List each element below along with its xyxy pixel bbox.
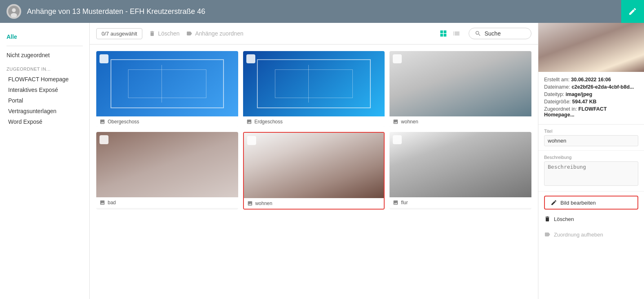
avatar [7,4,21,19]
detail-info: Erstellt am: 30.06.2022 16:06 Dateiname:… [538,72,644,125]
created-label: Erstellt am: [544,77,570,83]
card-label-text: Obergeschoss [108,119,139,125]
image-card-wohnen-selected[interactable]: wohnen [243,132,385,210]
filename-value: c2e2bf26-e2da-4cbf-b8d... [571,84,634,90]
desc-field-container: Beschreibung [538,151,644,192]
selection-count: 0/7 ausgewählt [96,28,142,39]
image-card-wohnen-top[interactable]: wohnen [389,51,531,127]
card-checkbox-wohnen-top[interactable] [393,54,402,63]
svg-point-1 [12,8,15,12]
sidebar-item-interaktives[interactable]: Interaktives Exposé [7,85,83,95]
search-box[interactable] [469,28,531,39]
card-label-text-5: wohnen [255,201,272,206]
delete-button[interactable]: Löschen [149,30,179,37]
image-icon-6 [393,200,398,205]
unassign-icon [544,231,551,238]
filename-row: Dateiname: c2e2bf26-e2da-4cbf-b8d... [544,84,638,90]
unassign-label: Zuordnung aufheben [554,232,603,238]
card-checkbox-erdgeschoss[interactable] [246,54,255,63]
card-label-wohnen-mid: wohnen [244,198,384,209]
blueprint-overlay-2 [243,51,385,116]
card-label-flur: flur [389,197,531,208]
filetype-label: Dateityp: [544,91,564,97]
delete-label: Löschen [158,30,179,37]
sidebar-item-not-assigned[interactable]: Nicht zugeordnet [7,49,83,61]
detail-thumbnail [538,23,644,72]
unassign-button[interactable]: Zuordnung aufheben [544,228,638,241]
desc-textarea[interactable] [544,161,638,186]
filetype-row: Dateityp: image/jpeg [544,91,638,97]
card-checkbox-flur[interactable] [393,135,402,144]
image-icon-3 [393,119,398,125]
search-icon [475,30,481,37]
sidebar-item-vertragsunterlagen[interactable]: Vertragsunterlagen [7,106,83,116]
card-label-text-4: bad [108,200,116,205]
edit-image-label: Bild bearbeiten [560,200,596,206]
sidebar-item-flowfact[interactable]: FLOWFACT Homepage [7,74,83,85]
right-panel: Erstellt am: 30.06.2022 16:06 Dateiname:… [538,23,644,299]
app-header: Anhänge von 13 Musterdaten - EFH Kreutze… [0,0,644,23]
title-field-container: Titel [538,125,644,151]
image-card-bad[interactable]: bad [96,132,238,210]
pencil-icon [551,199,557,206]
sidebar: Alle Nicht zugeordnet ZUGEORDNET IN... F… [0,23,90,299]
card-checkbox-obergeschoss[interactable] [100,54,108,63]
card-checkbox-wohnen-mid[interactable] [247,136,256,145]
search-input[interactable] [485,30,525,37]
sidebar-item-all[interactable]: Alle [7,31,83,42]
filesize-label: Dateigröße: [544,99,571,105]
sidebar-divider [7,46,83,46]
sidebar-item-word-expose[interactable]: Word Exposé [7,116,83,127]
image-card-flur[interactable]: flur [389,132,531,210]
image-card-erdgeschoss[interactable]: Erdgeschoss [243,51,385,127]
edit-image-button[interactable]: Bild bearbeiten [544,196,638,210]
card-label-text-6: flur [401,200,408,205]
card-label-erdgeschoss: Erdgeschoss [243,116,385,127]
image-icon [100,119,105,125]
desc-field-label: Beschreibung [544,155,638,160]
filetype-value: image/jpeg [566,91,592,97]
sidebar-section-label: ZUGEORDNET IN... [7,67,83,71]
header-edit-button[interactable] [621,0,644,23]
main-layout: Alle Nicht zugeordnet ZUGEORDNET IN... F… [0,23,644,299]
created-row: Erstellt am: 30.06.2022 16:06 [544,77,638,83]
assign-label: Anhänge zuordnen [195,30,243,37]
card-label-bad: bad [96,197,238,208]
card-label-text-2: Erdgeschoss [255,119,283,125]
delete-image-button[interactable]: Löschen [544,213,638,225]
filesize-row: Dateigröße: 594.47 KB [544,99,638,105]
blueprint-overlay [96,51,238,116]
content-area: 0/7 ausgewählt Löschen Anhänge zuordnen [90,23,538,299]
filesize-value: 594.47 KB [572,99,597,105]
title-input[interactable] [544,135,638,146]
filename-label: Dateiname: [544,84,570,90]
sidebar-item-portal[interactable]: Portal [7,95,83,106]
view-toggle [438,28,462,39]
created-value: 30.06.2022 16:06 [571,77,611,83]
grid-view-button[interactable] [438,28,449,39]
panel-actions: Bild bearbeiten Löschen Zuordnung aufheb… [538,192,644,245]
image-icon-4 [100,200,105,205]
title-field-label: Titel [544,129,638,134]
list-view-button[interactable] [451,28,462,39]
card-label-obergeschoss: Obergeschoss [96,116,238,127]
image-grid: Obergeschoss Erdgeschoss [96,51,531,210]
card-checkbox-bad[interactable] [100,135,108,144]
image-grid-scroll[interactable]: Obergeschoss Erdgeschoss [90,45,538,299]
image-icon-5 [247,201,253,206]
assigned-row: Zugeordnet in: FLOWFACT Homepage... [544,106,638,118]
page-title: Anhänge von 13 Musterdaten - EFH Kreutze… [27,7,205,16]
toolbar: 0/7 ausgewählt Löschen Anhänge zuordnen [90,23,538,45]
assigned-label: Zugeordnet in: [544,106,577,112]
card-label-wohnen-top: wohnen [389,116,531,127]
delete-image-label: Löschen [554,216,574,222]
card-label-text-3: wohnen [401,119,418,125]
image-card-obergeschoss[interactable]: Obergeschoss [96,51,238,127]
image-icon-2 [246,119,252,125]
trash-icon [544,216,551,222]
assign-button[interactable]: Anhänge zuordnen [186,30,243,37]
